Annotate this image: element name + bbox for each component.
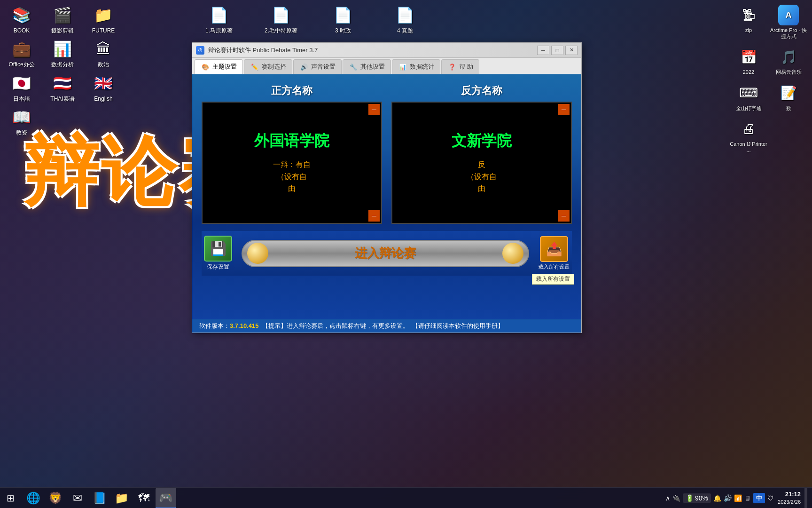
tray-arrow[interactable]: ∧ (665, 494, 670, 502)
taskbar-mail[interactable]: ✉ (67, 488, 88, 508)
desktop-icon-politics[interactable]: 🏛 政治 (86, 39, 120, 68)
load-icon: 📤 (540, 236, 568, 262)
office-label: Office办公 (8, 61, 34, 68)
tab-other[interactable]: 🔧 其他设置 (343, 59, 391, 74)
affirmative-name: 外国语学院 (254, 131, 329, 151)
negative-name: 文新学院 (452, 131, 512, 151)
doc4-label: 4.真题 (397, 27, 413, 34)
load-label: 载入所有设置 (539, 263, 570, 270)
doc1-icon: 📄 (209, 5, 229, 25)
shu-icon: 📝 (778, 83, 799, 103)
neg-corner-br[interactable]: ─ (558, 210, 570, 222)
affirmative-speakers: 一辩：有自 （设有自 由 (273, 159, 311, 195)
netease-label: 网易云音乐 (776, 69, 802, 75)
affirmative-display[interactable]: 外国语学院 一辩：有自 （设有自 由 ─ ─ (202, 102, 382, 224)
taskbar-explorer[interactable]: 📁 (111, 488, 132, 508)
desktop-icons-top: 📄 1.马原原著 📄 2.毛中特原著 📄 3.时政 📄 4.真题 (202, 5, 422, 34)
english-icon: 🇬🇧 (93, 73, 114, 94)
negative-header: 反方名称 (461, 84, 502, 98)
tab-stats[interactable]: 📊 数据统计 (392, 59, 440, 74)
taskbar-l[interactable]: 📘 (89, 488, 110, 508)
version-prefix: 软件版本： (199, 322, 230, 329)
winzip-label: zip (745, 27, 752, 33)
doc2-icon: 📄 (271, 5, 291, 25)
aff-speaker-2: （设有自 (273, 171, 311, 183)
video-label: 摄影剪辑 (51, 27, 74, 34)
doc4-icon: 📄 (395, 5, 415, 25)
neg-speaker-3: 由 (467, 183, 497, 195)
desktop-icon-future[interactable]: 📁 FUTURE (86, 5, 120, 34)
app-tabs: 🎨 主题设置 ✏️ 赛制选择 🔊 声音设置 🔧 其他设置 📊 数据统计 ❓ (192, 58, 581, 74)
app-titlebar: ⏱ 辩论赛计时软件 Public Debate Timer 3.7 ─ □ ✕ (192, 43, 581, 58)
desktop-icon-book[interactable]: 📚 BOOK (5, 5, 39, 34)
sound-tab-icon: 🔊 (299, 62, 309, 71)
neg-speaker-1: 反 (467, 159, 497, 171)
theme-tab-icon: 🎨 (201, 62, 210, 71)
negative-display[interactable]: 文新学院 反 （设有自 由 ─ ─ (391, 102, 572, 224)
desktop-icon-japanese[interactable]: 🇯🇵 日本語 (5, 73, 39, 102)
taskbar-app5[interactable]: 🗺 (133, 488, 154, 508)
desktop-icon-textbook[interactable]: 📖 教资 (5, 107, 39, 136)
app-title-left: ⏱ 辩论赛计时软件 Public Debate Timer 3.7 (196, 46, 318, 55)
data-icon: 📊 (52, 39, 73, 59)
desktop-icon-doc1[interactable]: 📄 1.马原原著 (202, 5, 236, 34)
desktop-icon-2022[interactable]: 📅 2022 (730, 47, 767, 75)
desktop-icon-jinshan[interactable]: ⌨ 金山打字通 (730, 83, 767, 111)
desktop-icon-arctime[interactable]: A Arctime Pro - 快捷方式 (770, 5, 807, 40)
tab-format[interactable]: ✏️ 赛制选择 (244, 59, 292, 74)
app2022-label: 2022 (743, 69, 754, 75)
minimize-button[interactable]: ─ (537, 46, 549, 55)
aff-corner-br[interactable]: ─ (368, 210, 380, 222)
aff-corner-tr[interactable]: ─ (368, 104, 380, 115)
show-desktop-button[interactable] (804, 488, 807, 508)
ime-indicator[interactable]: 中 (753, 493, 765, 503)
format-tab-icon: ✏️ (250, 62, 259, 71)
winzip-icon: 🗜 (738, 5, 759, 25)
tab-theme[interactable]: 🎨 主题设置 (195, 59, 243, 74)
icon-row-1: 📚 BOOK 🎬 摄影剪辑 📁 FUTURE (5, 5, 120, 34)
desktop-icon-doc2[interactable]: 📄 2.毛中特原著 (264, 5, 298, 34)
desktop-icon-data[interactable]: 📊 数据分析 (46, 39, 79, 68)
tray-wifi-icon: 📶 (734, 494, 742, 502)
arctime-label: Arctime Pro - 快捷方式 (770, 27, 807, 40)
desktop-icon-video[interactable]: 🎬 摄影剪辑 (46, 5, 79, 34)
load-button[interactable]: 📤 载入所有设置 载入所有设置 (539, 236, 570, 270)
taskbar-edge[interactable]: 🌐 (23, 488, 44, 508)
tab-sound-label: 声音设置 (311, 63, 336, 71)
tab-sound[interactable]: 🔊 声音设置 (293, 59, 342, 74)
systray: ∧ 🔌 🔋 90% 🔔 🔊 📶 🖥 中 🛡 (665, 493, 774, 503)
taskbar-app6[interactable]: 🎮 (156, 488, 176, 508)
desktop-icons-left: 📚 BOOK 🎬 摄影剪辑 📁 FUTURE 💼 Office办公 📊 数据分析 (5, 5, 120, 136)
tab-help[interactable]: ❓ 帮 助 (441, 59, 479, 74)
desktop-icon-winzip[interactable]: 🗜 zip (730, 5, 767, 40)
desktop-icon-canon[interactable]: 🖨 Canon IJ Printer ... (730, 119, 767, 153)
start-button[interactable]: ⊞ (0, 488, 21, 508)
desktop-icon-thai[interactable]: 🇹🇭 THAI泰语 (46, 73, 79, 102)
desktop-icon-doc4[interactable]: 📄 4.真题 (388, 5, 422, 34)
enter-debate-button[interactable]: 进入辩论赛 (242, 240, 529, 267)
icon-row-3: 🇯🇵 日本語 🇹🇭 THAI泰语 🇬🇧 English (5, 73, 120, 102)
office-icon: 💼 (11, 39, 32, 59)
desktop-icon-shu[interactable]: 📝 数 (770, 83, 807, 111)
maximize-button[interactable]: □ (551, 46, 563, 55)
negative-speakers: 反 （设有自 由 (467, 159, 497, 195)
neg-corner-tr[interactable]: ─ (558, 104, 570, 115)
save-label: 保存设置 (207, 263, 229, 271)
desktop-icon-office[interactable]: 💼 Office办公 (5, 39, 39, 68)
tray-volume-icon: 🔊 (724, 494, 732, 502)
desktop-icons-right: 🗜 zip A Arctime Pro - 快捷方式 📅 2022 🎵 网易云音… (730, 5, 807, 153)
doc3-label: 3.时政 (335, 27, 351, 34)
app-bottom: 💾 保存设置 进入辩论赛 📤 载入所有设置 载入所有设置 (202, 231, 572, 276)
taskbar-apps: 🌐 🦁 ✉ 📘 📁 🗺 🎮 (21, 488, 661, 508)
canon-icon: 🖨 (738, 119, 759, 139)
icon-row-2: 💼 Office办公 📊 数据分析 🏛 政治 (5, 39, 120, 68)
sphere-left (247, 243, 268, 264)
close-button[interactable]: ✕ (565, 46, 578, 55)
desktop-icon-netease[interactable]: 🎵 网易云音乐 (770, 47, 807, 75)
taskbar-brave[interactable]: 🦁 (45, 488, 66, 508)
save-button[interactable]: 💾 保存设置 (204, 236, 232, 271)
desktop-icon-doc3[interactable]: 📄 3.时政 (326, 5, 360, 34)
battery-indicator: 🔋 90% (683, 493, 711, 503)
desktop-icon-english[interactable]: 🇬🇧 English (86, 73, 120, 102)
help-tab-icon: ❓ (447, 62, 457, 71)
